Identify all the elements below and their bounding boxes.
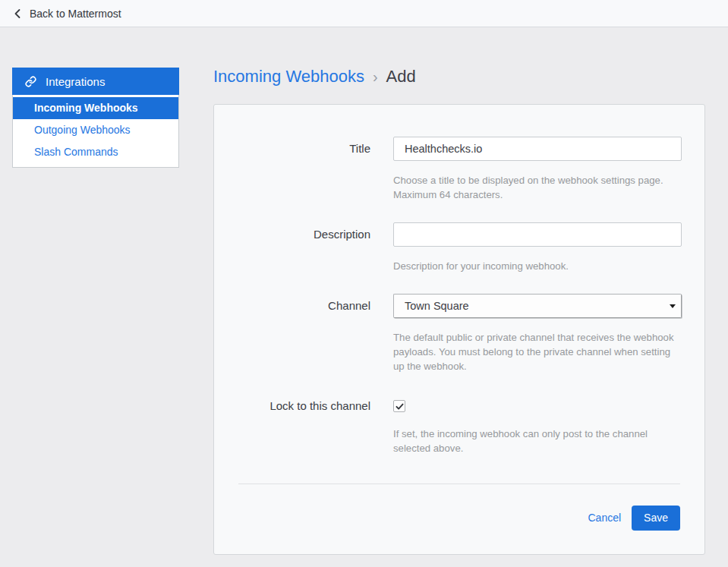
sidebar-item-slash-commands[interactable]: Slash Commands (13, 141, 178, 163)
channel-help-text: The default public or private channel th… (393, 330, 682, 373)
channel-select[interactable]: Town Square (393, 294, 682, 318)
webhook-form-card: Title Choose a title to be displayed on … (213, 104, 705, 555)
sidebar-header-integrations[interactable]: Integrations (12, 68, 179, 95)
title-label: Title (238, 137, 393, 202)
channel-selected-value: Town Square (405, 300, 469, 312)
form-actions: Cancel Save (238, 484, 680, 554)
caret-down-icon (670, 304, 676, 308)
channel-row: Channel Town Square The default public o… (238, 294, 680, 373)
channel-label: Channel (238, 294, 393, 373)
lock-channel-checkbox[interactable] (393, 400, 405, 412)
chevron-left-icon (12, 8, 23, 20)
breadcrumb-parent-link[interactable]: Incoming Webhooks (213, 65, 364, 88)
cancel-button[interactable]: Cancel (588, 512, 621, 524)
lock-channel-help-text: If set, the incoming webhook can only po… (393, 427, 682, 455)
description-row: Description Description for your incomin… (238, 222, 680, 273)
link-icon (25, 76, 36, 87)
sidebar-menu: Incoming Webhooks Outgoing Webhooks Slas… (12, 95, 179, 168)
sidebar-item-outgoing-webhooks[interactable]: Outgoing Webhooks (13, 119, 178, 141)
lock-channel-label: Lock to this channel (238, 394, 393, 455)
back-label: Back to Mattermost (30, 8, 121, 20)
integrations-sidebar: Integrations Incoming Webhooks Outgoing … (12, 68, 179, 168)
sidebar-item-incoming-webhooks[interactable]: Incoming Webhooks (13, 97, 178, 119)
description-help-text: Description for your incoming webhook. (393, 259, 682, 273)
title-help-text: Choose a title to be displayed on the we… (393, 173, 682, 202)
lock-channel-row: Lock to this channel If set, the incomin… (238, 394, 680, 455)
description-input[interactable] (393, 222, 682, 247)
breadcrumb-separator: › (373, 65, 378, 88)
title-input[interactable] (393, 137, 682, 161)
page-title: Add (386, 65, 416, 88)
save-button[interactable]: Save (632, 506, 680, 531)
sidebar-header-label: Integrations (46, 75, 105, 88)
main-content: Incoming Webhooks › Add Title Choose a t… (213, 65, 705, 555)
title-row: Title Choose a title to be displayed on … (238, 137, 680, 202)
description-label: Description (238, 222, 393, 273)
back-to-mattermost-button[interactable]: Back to Mattermost (0, 0, 728, 27)
breadcrumb: Incoming Webhooks › Add (213, 65, 705, 88)
